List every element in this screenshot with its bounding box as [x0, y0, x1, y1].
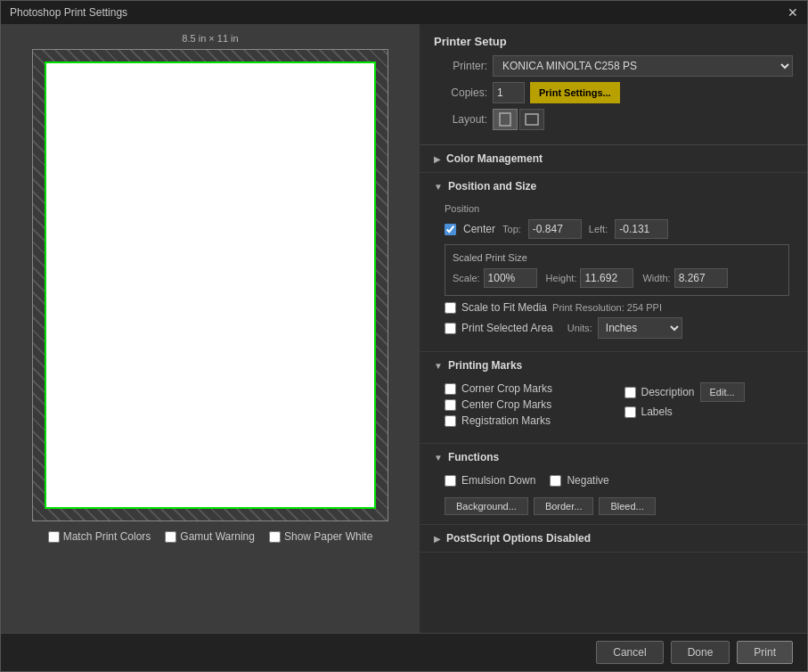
labels-label: Labels — [641, 406, 673, 418]
printing-marks-title: Printing Marks — [448, 359, 522, 372]
functions-section: ▼ Functions Emulsion Down Negative — [420, 444, 807, 525]
description-row: Description Edit... — [624, 382, 790, 402]
show-paper-group: Show Paper White — [269, 530, 372, 543]
done-button[interactable]: Done — [671, 641, 730, 664]
show-paper-label: Show Paper White — [284, 530, 372, 543]
scale-row: Scale: Height: Width: — [453, 268, 781, 288]
corner-crop-label: Corner Crop Marks — [461, 382, 552, 395]
functions-header[interactable]: ▼ Functions — [420, 444, 807, 471]
print-resolution-text: Print Resolution: 254 PPI — [552, 302, 662, 313]
negative-group: Negative — [550, 474, 608, 487]
color-management-section: ▶ Color Management — [420, 145, 807, 173]
preview-panel: 8.5 in × 11 in Match Print Colors Gamut … — [1, 24, 420, 633]
center-row: Center Top: Left: — [445, 219, 789, 239]
left-input[interactable] — [615, 219, 668, 239]
center-crop-checkbox[interactable] — [445, 399, 456, 411]
printer-select[interactable]: KONICA MINOLTA C258 PS — [493, 55, 793, 77]
printing-marks-section: ▼ Printing Marks Corner Crop Marks Ce — [420, 352, 807, 444]
copies-input[interactable] — [493, 82, 525, 103]
height-input[interactable] — [580, 268, 633, 288]
scale-label: Scale: — [453, 273, 480, 283]
center-checkbox[interactable] — [445, 224, 456, 235]
layout-portrait-button[interactable] — [493, 109, 518, 130]
labels-row: Labels — [624, 406, 790, 418]
scale-to-fit-checkbox[interactable] — [445, 302, 456, 314]
scale-group: Scale: — [453, 268, 537, 288]
dialog-title: Photoshop Print Settings — [10, 6, 127, 19]
gamut-warning-checkbox[interactable] — [165, 531, 176, 543]
position-sublabel: Position — [445, 203, 789, 214]
postscript-arrow: ▶ — [434, 534, 441, 544]
printer-setup-title: Printer Setup — [434, 35, 793, 48]
svg-rect-1 — [526, 114, 538, 125]
corner-crop-row: Corner Crop Marks — [445, 382, 610, 395]
width-input[interactable] — [674, 268, 728, 288]
top-input[interactable] — [528, 219, 582, 239]
layout-landscape-button[interactable] — [519, 109, 544, 130]
left-marks: Corner Crop Marks Center Crop Marks Regi… — [445, 382, 610, 430]
print-settings-button[interactable]: Print Settings... — [530, 82, 620, 103]
right-marks: Description Edit... Labels — [624, 382, 790, 430]
print-selected-row: Print Selected Area Units: Inches Centim… — [445, 317, 789, 339]
color-management-header[interactable]: ▶ Color Management — [420, 145, 807, 172]
corner-crop-checkbox[interactable] — [445, 383, 456, 395]
gamut-warning-label: Gamut Warning — [180, 530, 255, 543]
top-label: Top: — [502, 224, 521, 234]
postscript-title: PostScript Options Disabled — [446, 532, 591, 545]
svg-rect-0 — [500, 113, 510, 126]
copies-label: Copies: — [434, 86, 487, 99]
emulsion-checkbox[interactable] — [445, 475, 456, 487]
center-crop-label: Center Crop Marks — [461, 398, 551, 411]
negative-checkbox[interactable] — [550, 475, 561, 487]
layout-icons — [493, 109, 544, 130]
scaled-title: Scaled Print Size — [453, 252, 781, 263]
background-button[interactable]: Background... — [445, 497, 528, 515]
color-management-arrow: ▶ — [434, 154, 441, 164]
cancel-button[interactable]: Cancel — [596, 641, 663, 664]
position-size-header[interactable]: ▼ Position and Size — [420, 173, 807, 200]
width-label: Width: — [642, 273, 670, 283]
height-label: Height: — [546, 273, 577, 283]
position-size-title: Position and Size — [448, 180, 536, 193]
print-selected-checkbox[interactable] — [445, 323, 456, 334]
registration-row: Registration Marks — [445, 414, 610, 427]
position-size-arrow: ▼ — [434, 182, 443, 192]
labels-checkbox[interactable] — [624, 406, 636, 418]
description-label: Description — [641, 386, 695, 398]
scale-to-fit-row: Scale to Fit Media Print Resolution: 254… — [445, 301, 789, 314]
layout-label: Layout: — [434, 113, 487, 126]
close-button[interactable]: ✕ — [788, 6, 798, 19]
title-bar: Photoshop Print Settings ✕ — [1, 1, 807, 24]
postscript-section: ▶ PostScript Options Disabled — [420, 525, 807, 553]
print-button[interactable]: Print — [737, 641, 793, 664]
position-size-section: ▼ Position and Size Position Center Top:… — [420, 173, 807, 352]
registration-checkbox[interactable] — [445, 415, 456, 427]
emulsion-group: Emulsion Down — [445, 474, 535, 487]
paper-container — [32, 49, 388, 521]
match-print-label: Match Print Colors — [63, 530, 151, 543]
show-paper-checkbox[interactable] — [269, 531, 281, 543]
printing-marks-header[interactable]: ▼ Printing Marks — [420, 352, 807, 379]
printer-row: Printer: KONICA MINOLTA C258 PS — [434, 55, 793, 77]
emulsion-row: Emulsion Down Negative — [445, 474, 789, 490]
scale-input[interactable] — [484, 268, 537, 288]
edit-button[interactable]: Edit... — [700, 382, 745, 402]
dialog: Photoshop Print Settings ✕ 8.5 in × 11 i… — [0, 0, 808, 672]
description-checkbox[interactable] — [624, 387, 636, 398]
settings-panel: Printer Setup Printer: KONICA MINOLTA C2… — [420, 24, 807, 633]
main-content: 8.5 in × 11 in Match Print Colors Gamut … — [1, 24, 807, 633]
match-print-checkbox[interactable] — [48, 531, 60, 543]
image-area — [45, 61, 376, 509]
printer-setup-section: Printer Setup Printer: KONICA MINOLTA C2… — [420, 24, 807, 145]
units-select[interactable]: Inches Centimeters Millimeters Points Pi… — [598, 317, 682, 339]
preview-footer: Match Print Colors Gamut Warning Show Pa… — [48, 530, 373, 543]
match-print-group: Match Print Colors — [48, 530, 151, 543]
functions-title: Functions — [448, 451, 499, 463]
printing-marks-arrow: ▼ — [434, 361, 443, 371]
registration-label: Registration Marks — [461, 414, 551, 427]
units-label: Units: — [567, 323, 592, 333]
border-button[interactable]: Border... — [534, 497, 594, 515]
gamut-warning-group: Gamut Warning — [165, 530, 255, 543]
postscript-header[interactable]: ▶ PostScript Options Disabled — [420, 525, 807, 552]
bleed-button[interactable]: Bleed... — [599, 497, 655, 515]
